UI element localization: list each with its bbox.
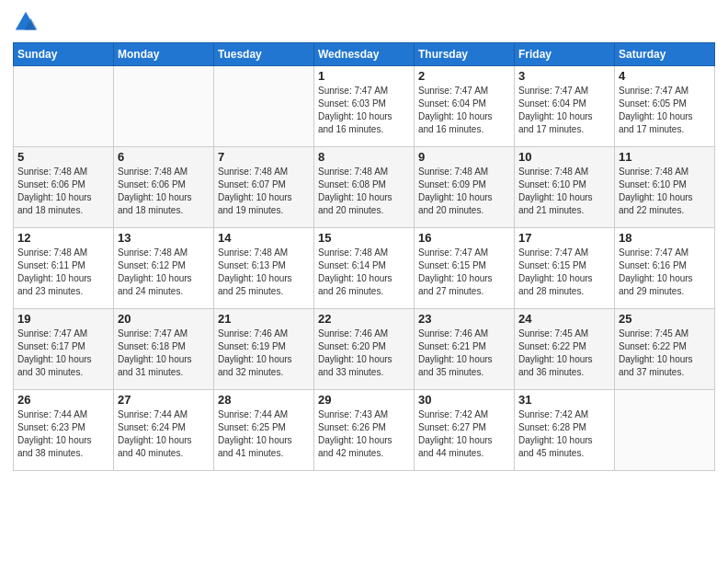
calendar-cell: 29Sunrise: 7:43 AMSunset: 6:26 PMDayligh… — [314, 390, 415, 471]
calendar-cell — [214, 66, 314, 147]
day-info: Sunrise: 7:48 AMSunset: 6:13 PMDaylight:… — [218, 247, 310, 298]
day-info: Sunrise: 7:45 AMSunset: 6:22 PMDaylight:… — [619, 327, 711, 379]
calendar-cell: 25Sunrise: 7:45 AMSunset: 6:22 PMDayligh… — [615, 309, 715, 390]
day-number: 17 — [518, 231, 610, 245]
day-number: 25 — [619, 312, 711, 326]
day-info: Sunrise: 7:47 AMSunset: 6:04 PMDaylight:… — [418, 85, 510, 136]
calendar-cell: 22Sunrise: 7:46 AMSunset: 6:20 PMDayligh… — [314, 309, 415, 390]
calendar-cell: 17Sunrise: 7:47 AMSunset: 6:15 PMDayligh… — [515, 228, 615, 309]
logo-icon — [13, 9, 39, 35]
calendar-cell: 18Sunrise: 7:47 AMSunset: 6:16 PMDayligh… — [615, 228, 715, 309]
day-info: Sunrise: 7:47 AMSunset: 6:04 PMDaylight:… — [518, 85, 610, 136]
calendar-cell: 20Sunrise: 7:47 AMSunset: 6:18 PMDayligh… — [114, 309, 214, 390]
calendar-header-sunday: Sunday — [14, 43, 114, 66]
day-info: Sunrise: 7:47 AMSunset: 6:05 PMDaylight:… — [619, 85, 711, 136]
calendar: SundayMondayTuesdayWednesdayThursdayFrid… — [13, 42, 715, 471]
calendar-week-3: 12Sunrise: 7:48 AMSunset: 6:11 PMDayligh… — [14, 228, 715, 309]
day-number: 9 — [418, 150, 510, 164]
calendar-cell: 5Sunrise: 7:48 AMSunset: 6:06 PMDaylight… — [14, 147, 114, 228]
calendar-header-tuesday: Tuesday — [214, 43, 314, 66]
day-info: Sunrise: 7:43 AMSunset: 6:26 PMDaylight:… — [318, 408, 410, 460]
day-number: 29 — [318, 393, 410, 407]
day-number: 23 — [418, 312, 510, 326]
calendar-cell: 6Sunrise: 7:48 AMSunset: 6:06 PMDaylight… — [114, 147, 214, 228]
day-number: 3 — [518, 69, 610, 83]
day-number: 11 — [619, 150, 711, 164]
day-number: 4 — [619, 69, 711, 83]
day-number: 6 — [118, 150, 210, 164]
day-number: 18 — [619, 231, 711, 245]
day-number: 12 — [17, 231, 109, 245]
calendar-week-2: 5Sunrise: 7:48 AMSunset: 6:06 PMDaylight… — [14, 147, 715, 228]
calendar-header-thursday: Thursday — [415, 43, 515, 66]
calendar-cell: 8Sunrise: 7:48 AMSunset: 6:08 PMDaylight… — [314, 147, 415, 228]
calendar-cell: 26Sunrise: 7:44 AMSunset: 6:23 PMDayligh… — [14, 390, 114, 471]
calendar-cell: 15Sunrise: 7:48 AMSunset: 6:14 PMDayligh… — [314, 228, 415, 309]
day-info: Sunrise: 7:48 AMSunset: 6:12 PMDaylight:… — [118, 247, 210, 298]
calendar-cell: 30Sunrise: 7:42 AMSunset: 6:27 PMDayligh… — [415, 390, 515, 471]
day-number: 24 — [518, 312, 610, 326]
day-info: Sunrise: 7:42 AMSunset: 6:27 PMDaylight:… — [418, 408, 510, 460]
calendar-cell: 28Sunrise: 7:44 AMSunset: 6:25 PMDayligh… — [214, 390, 314, 471]
day-info: Sunrise: 7:47 AMSunset: 6:03 PMDaylight:… — [318, 85, 410, 136]
calendar-cell: 27Sunrise: 7:44 AMSunset: 6:24 PMDayligh… — [114, 390, 214, 471]
day-number: 8 — [318, 150, 410, 164]
day-info: Sunrise: 7:45 AMSunset: 6:22 PMDaylight:… — [518, 327, 610, 379]
day-info: Sunrise: 7:48 AMSunset: 6:08 PMDaylight:… — [318, 166, 410, 217]
calendar-cell: 2Sunrise: 7:47 AMSunset: 6:04 PMDaylight… — [415, 66, 515, 147]
logo — [13, 9, 42, 35]
calendar-week-4: 19Sunrise: 7:47 AMSunset: 6:17 PMDayligh… — [14, 309, 715, 390]
day-number: 13 — [118, 231, 210, 245]
day-info: Sunrise: 7:44 AMSunset: 6:25 PMDaylight:… — [218, 408, 310, 460]
calendar-cell: 16Sunrise: 7:47 AMSunset: 6:15 PMDayligh… — [415, 228, 515, 309]
calendar-cell: 9Sunrise: 7:48 AMSunset: 6:09 PMDaylight… — [415, 147, 515, 228]
calendar-header-monday: Monday — [114, 43, 214, 66]
day-info: Sunrise: 7:48 AMSunset: 6:10 PMDaylight:… — [619, 166, 711, 217]
day-info: Sunrise: 7:47 AMSunset: 6:15 PMDaylight:… — [418, 247, 510, 298]
calendar-cell: 19Sunrise: 7:47 AMSunset: 6:17 PMDayligh… — [14, 309, 114, 390]
day-info: Sunrise: 7:42 AMSunset: 6:28 PMDaylight:… — [518, 408, 610, 460]
day-info: Sunrise: 7:47 AMSunset: 6:17 PMDaylight:… — [17, 327, 109, 379]
calendar-cell: 31Sunrise: 7:42 AMSunset: 6:28 PMDayligh… — [515, 390, 615, 471]
calendar-cell: 7Sunrise: 7:48 AMSunset: 6:07 PMDaylight… — [214, 147, 314, 228]
calendar-cell: 24Sunrise: 7:45 AMSunset: 6:22 PMDayligh… — [515, 309, 615, 390]
calendar-week-1: 1Sunrise: 7:47 AMSunset: 6:03 PMDaylight… — [14, 66, 715, 147]
calendar-cell: 13Sunrise: 7:48 AMSunset: 6:12 PMDayligh… — [114, 228, 214, 309]
day-number: 5 — [17, 150, 109, 164]
calendar-cell: 23Sunrise: 7:46 AMSunset: 6:21 PMDayligh… — [415, 309, 515, 390]
calendar-header-saturday: Saturday — [615, 43, 715, 66]
calendar-header-friday: Friday — [515, 43, 615, 66]
day-number: 19 — [17, 312, 109, 326]
day-number: 20 — [118, 312, 210, 326]
day-number: 2 — [418, 69, 510, 83]
day-info: Sunrise: 7:44 AMSunset: 6:24 PMDaylight:… — [118, 408, 210, 460]
day-number: 26 — [17, 393, 109, 407]
calendar-week-5: 26Sunrise: 7:44 AMSunset: 6:23 PMDayligh… — [14, 390, 715, 471]
calendar-cell: 21Sunrise: 7:46 AMSunset: 6:19 PMDayligh… — [214, 309, 314, 390]
day-number: 15 — [318, 231, 410, 245]
calendar-cell: 3Sunrise: 7:47 AMSunset: 6:04 PMDaylight… — [515, 66, 615, 147]
day-number: 7 — [218, 150, 310, 164]
day-info: Sunrise: 7:48 AMSunset: 6:11 PMDaylight:… — [17, 247, 109, 298]
day-info: Sunrise: 7:48 AMSunset: 6:10 PMDaylight:… — [518, 166, 610, 217]
day-number: 27 — [118, 393, 210, 407]
day-info: Sunrise: 7:46 AMSunset: 6:21 PMDaylight:… — [418, 327, 510, 379]
day-number: 16 — [418, 231, 510, 245]
calendar-header-wednesday: Wednesday — [314, 43, 415, 66]
day-number: 28 — [218, 393, 310, 407]
day-info: Sunrise: 7:46 AMSunset: 6:19 PMDaylight:… — [218, 327, 310, 379]
day-info: Sunrise: 7:48 AMSunset: 6:09 PMDaylight:… — [418, 166, 510, 217]
calendar-cell: 1Sunrise: 7:47 AMSunset: 6:03 PMDaylight… — [314, 66, 415, 147]
calendar-cell: 10Sunrise: 7:48 AMSunset: 6:10 PMDayligh… — [515, 147, 615, 228]
calendar-cell — [114, 66, 214, 147]
day-info: Sunrise: 7:47 AMSunset: 6:15 PMDaylight:… — [518, 247, 610, 298]
calendar-cell: 12Sunrise: 7:48 AMSunset: 6:11 PMDayligh… — [14, 228, 114, 309]
day-info: Sunrise: 7:48 AMSunset: 6:14 PMDaylight:… — [318, 247, 410, 298]
day-info: Sunrise: 7:48 AMSunset: 6:07 PMDaylight:… — [218, 166, 310, 217]
day-number: 22 — [318, 312, 410, 326]
day-info: Sunrise: 7:47 AMSunset: 6:16 PMDaylight:… — [619, 247, 711, 298]
calendar-header-row: SundayMondayTuesdayWednesdayThursdayFrid… — [14, 43, 715, 66]
day-number: 10 — [518, 150, 610, 164]
day-info: Sunrise: 7:48 AMSunset: 6:06 PMDaylight:… — [17, 166, 109, 217]
calendar-cell — [14, 66, 114, 147]
